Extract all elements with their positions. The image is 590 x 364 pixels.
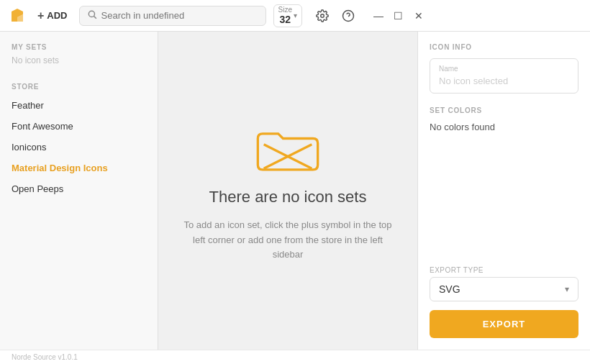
search-bar (79, 6, 266, 26)
export-dropdown-arrow-icon: ▾ (565, 284, 569, 294)
empty-subtitle: To add an icon set, click the plus symbo… (180, 218, 396, 263)
version-bar: Norde Source v1.0.1 (0, 350, 590, 364)
window-controls: — ☐ ✕ (370, 7, 427, 24)
close-button[interactable]: ✕ (410, 7, 427, 24)
size-label: Size (278, 6, 292, 14)
no-colors-text: No colors found (430, 122, 578, 132)
sidebar: MY SETS No icon sets STORE FeatherFont A… (0, 32, 158, 350)
search-icon (87, 9, 97, 22)
sidebar-item-ionicons[interactable]: Ionicons (0, 137, 158, 158)
maximize-button[interactable]: ☐ (390, 7, 407, 24)
sidebar-item-open-peeps[interactable]: Open Peeps (0, 178, 158, 199)
icon-name-value: No icon selected (439, 76, 508, 86)
icon-name-field: Name No icon selected (430, 58, 578, 94)
help-icon[interactable] (338, 6, 358, 26)
svg-line-3 (94, 16, 96, 18)
set-colors-title: SET COLORS (430, 106, 578, 114)
sidebar-items-container: FeatherFont AwesomeIoniconsMaterial Desi… (0, 95, 158, 199)
export-section: Export type SVG ▾ EXPORT (430, 266, 578, 338)
no-sets-label: No icon sets (0, 54, 158, 76)
export-type-value: SVG (439, 283, 460, 295)
export-type-label: Export type (430, 266, 578, 274)
size-value: 32 (279, 14, 291, 25)
empty-title: There are no icon sets (209, 188, 367, 206)
sidebar-item-font-awesome[interactable]: Font Awesome (0, 116, 158, 137)
right-panel: ICON INFO Name No icon selected SET COLO… (417, 32, 590, 350)
add-label: ADD (47, 10, 67, 21)
search-input[interactable] (101, 10, 258, 21)
version-text: Norde Source v1.0.1 (12, 353, 78, 361)
add-button[interactable]: + ADD (33, 6, 72, 25)
export-type-dropdown[interactable]: SVG ▾ (430, 277, 578, 301)
sidebar-item-feather[interactable]: Feather (0, 95, 158, 116)
export-button[interactable]: EXPORT (430, 310, 578, 338)
plus-icon: + (37, 9, 44, 22)
size-control: Size 32 ▾ (273, 4, 302, 27)
app-logo (9, 7, 26, 24)
settings-icon[interactable] (312, 6, 332, 26)
svg-point-4 (321, 14, 324, 17)
titlebar-icons (312, 6, 358, 26)
size-arrow-icon[interactable]: ▾ (294, 12, 297, 19)
minimize-button[interactable]: — (370, 7, 387, 24)
sidebar-item-material-design-icons[interactable]: Material Design Icons (0, 158, 158, 178)
size-dropdown[interactable]: Size 32 (278, 6, 292, 25)
my-sets-title: MY SETS (0, 43, 158, 54)
set-colors-section: SET COLORS No colors found (430, 106, 578, 132)
content-area: There are no icon sets To add an icon se… (158, 32, 417, 350)
titlebar: + ADD Size 32 ▾ (0, 0, 590, 32)
icon-info-title: ICON INFO (430, 43, 578, 51)
store-title: STORE (0, 76, 158, 95)
main-layout: MY SETS No icon sets STORE FeatherFont A… (0, 32, 590, 350)
svg-point-2 (88, 11, 94, 17)
empty-state-icon (252, 119, 324, 176)
name-label: Name (439, 65, 569, 73)
